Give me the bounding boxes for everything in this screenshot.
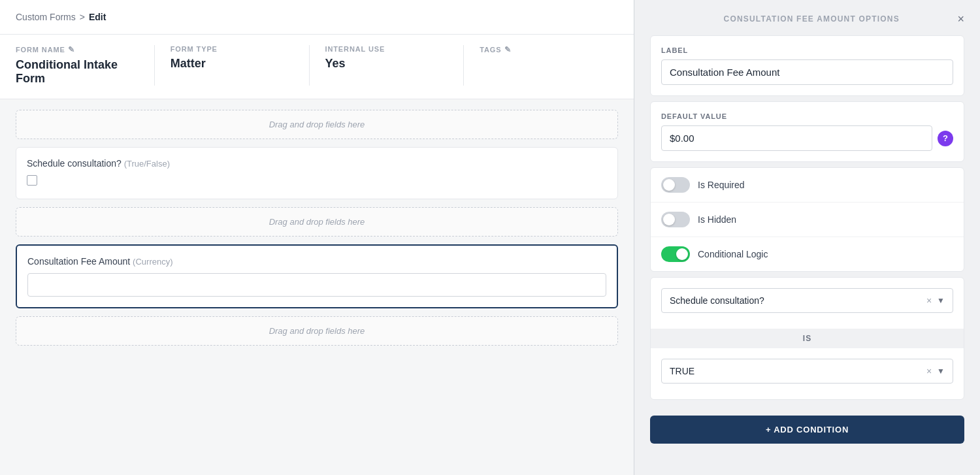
meta-tags: TAGS ✎ <box>480 45 618 86</box>
tags-label: TAGS ✎ <box>480 45 602 54</box>
field-select-row: Schedule consultation? × ▼ <box>661 288 953 313</box>
field-select[interactable]: Schedule consultation? × ▼ <box>661 288 953 313</box>
form-name-edit-icon[interactable]: ✎ <box>68 45 75 54</box>
conditional-logic-slider <box>661 246 690 262</box>
default-value-section: DEFAULT VALUE ? <box>650 101 964 162</box>
right-panel: CONSULTATION FEE AMOUNT OPTIONS × LABEL … <box>634 0 980 475</box>
is-required-toggle[interactable] <box>661 177 690 193</box>
toggles-group: Is Required Is Hidden Conditional Logic <box>650 167 964 272</box>
breadcrumb-separator: > <box>80 12 85 22</box>
default-value-label: DEFAULT VALUE <box>661 112 953 120</box>
form-type-label: FORM TYPE <box>171 45 293 53</box>
form-body: Drag and drop fields here Schedule consu… <box>0 99 634 475</box>
consultation-fee-field-card[interactable]: Consultation Fee Amount (Currency) <box>16 244 618 308</box>
field-select-clear[interactable]: × <box>926 295 932 306</box>
tags-edit-icon[interactable]: ✎ <box>504 45 512 54</box>
is-required-label: Is Required <box>698 180 745 190</box>
drag-drop-zone-1[interactable]: Drag and drop fields here <box>16 110 618 139</box>
default-value-row: ? <box>661 125 953 151</box>
is-hidden-label: Is Hidden <box>698 214 736 225</box>
schedule-field-checkbox[interactable] <box>27 175 37 186</box>
schedule-field-label: Schedule consultation? (True/False) <box>27 158 607 169</box>
breadcrumb-bar: Custom Forms > Edit <box>0 0 634 35</box>
conditional-logic-toggle[interactable] <box>661 246 690 262</box>
add-condition-button[interactable]: + ADD CONDITION <box>650 416 964 444</box>
form-meta: FORM NAME ✎ Conditional Intake Form FORM… <box>0 35 634 99</box>
is-hidden-toggle[interactable] <box>661 212 690 227</box>
schedule-consultation-field-card[interactable]: Schedule consultation? (True/False) <box>16 147 618 199</box>
drag-drop-zone-3[interactable]: Drag and drop fields here <box>16 316 618 346</box>
meta-form-type: FORM TYPE Matter <box>171 45 310 86</box>
currency-field-label: Consultation Fee Amount (Currency) <box>27 256 606 267</box>
field-select-text: Schedule consultation? <box>670 295 926 306</box>
meta-form-name: FORM NAME ✎ Conditional Intake Form <box>16 45 155 86</box>
close-button[interactable]: × <box>957 13 964 25</box>
value-select-text: TRUE <box>670 366 926 376</box>
breadcrumb-parent[interactable]: Custom Forms <box>16 12 76 22</box>
conditional-logic-row: Conditional Logic <box>651 237 964 271</box>
currency-field-type: (Currency) <box>133 257 172 267</box>
conditional-inner: Schedule consultation? × ▼ <box>651 278 964 329</box>
is-required-row: Is Required <box>651 168 964 203</box>
breadcrumb-current: Edit <box>89 12 106 22</box>
label-section-label: LABEL <box>661 46 953 54</box>
currency-field-input[interactable] <box>27 273 606 297</box>
schedule-field-type: (True/False) <box>124 159 170 169</box>
value-select-actions: × ▼ <box>926 366 945 376</box>
help-icon[interactable]: ? <box>938 131 953 146</box>
default-value-input[interactable] <box>661 125 932 151</box>
is-hidden-row: Is Hidden <box>651 203 964 237</box>
value-select-chevron[interactable]: ▼ <box>937 367 945 376</box>
label-input[interactable] <box>661 59 953 85</box>
is-label: IS <box>651 329 964 348</box>
field-select-actions: × ▼ <box>926 295 945 306</box>
form-type-value: Matter <box>171 57 293 71</box>
left-panel: Custom Forms > Edit FORM NAME ✎ Conditio… <box>0 0 634 475</box>
form-name-value: Conditional Intake Form <box>16 58 139 86</box>
value-select[interactable]: TRUE × ▼ <box>661 359 953 384</box>
conditional-value-inner: TRUE × ▼ <box>651 348 964 399</box>
label-section: LABEL <box>650 35 964 96</box>
options-body: LABEL DEFAULT VALUE ? Is Required <box>634 35 980 459</box>
conditional-logic-section: Schedule consultation? × ▼ IS TRUE <box>650 277 964 400</box>
drag-drop-zone-2[interactable]: Drag and drop fields here <box>16 207 618 237</box>
conditional-logic-label: Conditional Logic <box>698 249 768 259</box>
right-panel-title: CONSULTATION FEE AMOUNT OPTIONS <box>666 14 957 24</box>
form-name-label: FORM NAME ✎ <box>16 45 139 54</box>
internal-use-value: Yes <box>325 57 448 71</box>
internal-use-label: INTERNAL USE <box>325 45 448 53</box>
value-select-row: TRUE × ▼ <box>661 359 953 384</box>
value-select-clear[interactable]: × <box>926 366 932 376</box>
is-hidden-slider <box>661 212 690 227</box>
right-panel-header: CONSULTATION FEE AMOUNT OPTIONS × <box>634 0 980 35</box>
is-required-slider <box>661 177 690 193</box>
field-select-chevron[interactable]: ▼ <box>937 296 945 305</box>
meta-internal-use: INTERNAL USE Yes <box>325 45 465 86</box>
